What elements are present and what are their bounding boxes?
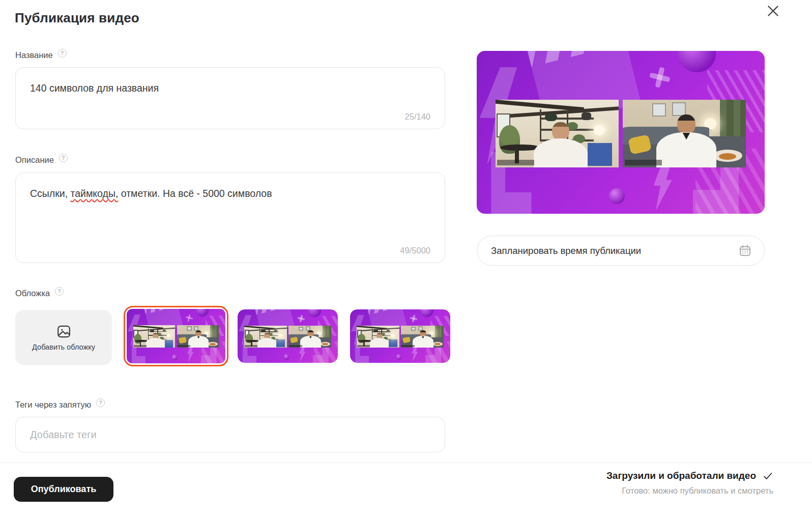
help-icon[interactable]: ?: [59, 154, 68, 162]
tags-label-row: Теги через запятую ?: [15, 400, 105, 410]
plus-shape: [410, 314, 418, 323]
cover-thumbnail-art: [350, 309, 450, 363]
video-frame-left: [496, 100, 619, 167]
title-label: Название: [15, 50, 53, 60]
cover-art: [127, 309, 225, 363]
video-frame-left: [133, 325, 176, 348]
schedule-publication-button[interactable]: Запланировать время публикации: [477, 236, 765, 266]
tags-input-box: [15, 417, 445, 452]
name-tag: [497, 160, 534, 166]
cover-art: [350, 309, 450, 363]
title-input-value: 140 символов для названия: [30, 81, 424, 95]
sphere-shape: [609, 188, 625, 204]
cover-thumbnail-1-selected[interactable]: [124, 306, 228, 366]
video-preview-art: [477, 51, 765, 214]
upload-status: Загрузили и обработали видео Готово: мож…: [606, 470, 773, 496]
video-preview: [477, 51, 765, 214]
name-tag: [134, 345, 147, 347]
description-input[interactable]: Ссылки, таймкоды, отметки. На всё - 5000…: [15, 173, 445, 263]
cover-thumbnail-2[interactable]: [238, 309, 338, 363]
name-tag: [625, 160, 662, 166]
status-title-text: Загрузили и обработали видео: [606, 470, 756, 481]
cover-thumbnail-art: [238, 309, 338, 363]
close-button[interactable]: [762, 0, 784, 21]
name-tag: [245, 345, 257, 347]
tags-label: Теги через запятую: [15, 400, 91, 410]
check-icon: [762, 470, 773, 481]
close-icon: [766, 4, 780, 18]
help-icon[interactable]: ?: [58, 49, 67, 58]
name-tag: [357, 345, 370, 347]
plus-shape: [647, 65, 672, 90]
video-frame-right: [177, 325, 219, 348]
cover-thumbnail-3[interactable]: [350, 309, 450, 363]
video-frame-left: [244, 326, 287, 348]
cover-label: Обложка: [15, 289, 50, 298]
person-right: [677, 114, 695, 134]
description-label: Описание: [15, 155, 54, 165]
add-cover-label: Добавить обложку: [32, 343, 95, 351]
footer-divider: [0, 463, 812, 463]
person-left: [552, 122, 569, 140]
page-title: Публикация видео: [15, 10, 139, 26]
name-tag: [178, 345, 190, 347]
misspelled-word: таймкоды,: [71, 188, 119, 199]
image-icon: [56, 324, 72, 339]
video-frame-right: [623, 100, 746, 167]
video-call-frames: [244, 326, 331, 348]
video-call-frames: [357, 326, 444, 348]
cover-art: [477, 51, 765, 214]
cover-art: [238, 309, 338, 363]
plus-shape: [297, 314, 306, 323]
video-frame-left: [357, 326, 399, 348]
description-input-value: Ссылки, таймкоды, отметки. На всё - 5000…: [30, 187, 424, 200]
video-call-frames: [496, 100, 746, 167]
add-cover-button[interactable]: Добавить обложку: [15, 310, 112, 365]
sphere-shape: [678, 51, 716, 72]
title-char-counter: 25/140: [405, 112, 430, 122]
help-icon[interactable]: ?: [55, 287, 64, 296]
schedule-label: Запланировать время публикации: [491, 245, 641, 256]
help-icon[interactable]: ?: [96, 398, 105, 407]
video-call-frames: [133, 325, 219, 348]
video-frame-right: [288, 326, 331, 348]
cover-label-row: Обложка ?: [15, 289, 64, 298]
plus-shape: [185, 313, 193, 322]
description-label-row: Описание ?: [15, 155, 68, 165]
sphere-shape: [172, 355, 178, 360]
description-char-counter: 49/5000: [400, 246, 430, 255]
publish-button[interactable]: Опубликовать: [14, 477, 113, 502]
status-subtitle-text: Готово: можно публиковать и смотреть: [606, 486, 773, 496]
name-tag: [289, 345, 302, 347]
cover-thumbnail-art: [127, 309, 225, 363]
title-label-row: Название ?: [15, 50, 67, 60]
sphere-shape: [284, 354, 289, 360]
tags-input[interactable]: [16, 417, 445, 452]
video-frame-right: [401, 326, 444, 348]
name-tag: [401, 345, 414, 347]
sphere-shape: [396, 354, 402, 360]
title-input[interactable]: 140 символов для названия 25/140: [15, 67, 445, 129]
calendar-icon: [738, 244, 752, 257]
